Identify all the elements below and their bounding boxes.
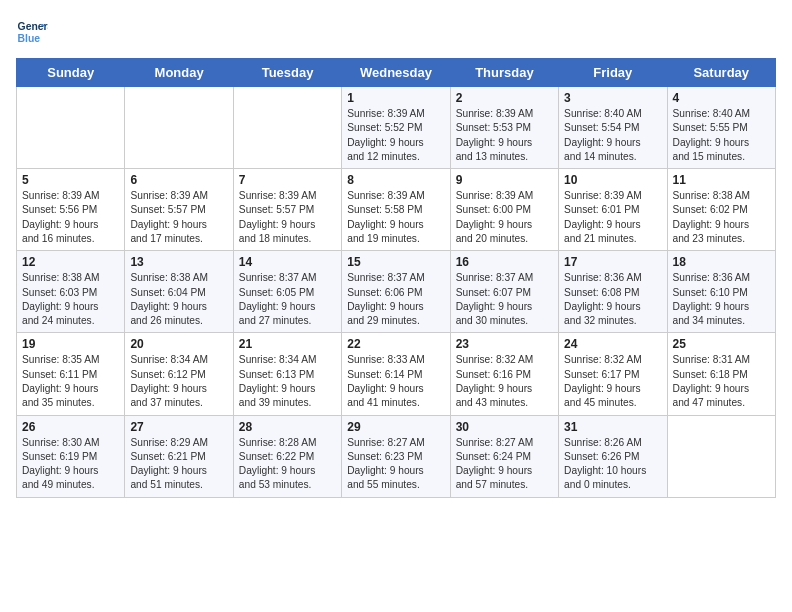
weekday-header-sunday: Sunday (17, 59, 125, 87)
cell-content: Sunrise: 8:40 AM Sunset: 5:54 PM Dayligh… (564, 107, 661, 164)
weekday-header-thursday: Thursday (450, 59, 558, 87)
cell-content: Sunrise: 8:34 AM Sunset: 6:12 PM Dayligh… (130, 353, 227, 410)
calendar-cell: 26Sunrise: 8:30 AM Sunset: 6:19 PM Dayli… (17, 415, 125, 497)
day-number: 2 (456, 91, 553, 105)
day-number: 23 (456, 337, 553, 351)
day-number: 8 (347, 173, 444, 187)
calendar-cell: 8Sunrise: 8:39 AM Sunset: 5:58 PM Daylig… (342, 169, 450, 251)
cell-content: Sunrise: 8:39 AM Sunset: 6:01 PM Dayligh… (564, 189, 661, 246)
calendar-week-row: 26Sunrise: 8:30 AM Sunset: 6:19 PM Dayli… (17, 415, 776, 497)
cell-content: Sunrise: 8:33 AM Sunset: 6:14 PM Dayligh… (347, 353, 444, 410)
calendar-cell: 5Sunrise: 8:39 AM Sunset: 5:56 PM Daylig… (17, 169, 125, 251)
cell-content: Sunrise: 8:39 AM Sunset: 5:56 PM Dayligh… (22, 189, 119, 246)
day-number: 12 (22, 255, 119, 269)
weekday-header-row: SundayMondayTuesdayWednesdayThursdayFrid… (17, 59, 776, 87)
day-number: 9 (456, 173, 553, 187)
cell-content: Sunrise: 8:28 AM Sunset: 6:22 PM Dayligh… (239, 436, 336, 493)
cell-content: Sunrise: 8:39 AM Sunset: 5:58 PM Dayligh… (347, 189, 444, 246)
day-number: 27 (130, 420, 227, 434)
day-number: 31 (564, 420, 661, 434)
day-number: 7 (239, 173, 336, 187)
calendar-cell: 23Sunrise: 8:32 AM Sunset: 6:16 PM Dayli… (450, 333, 558, 415)
cell-content: Sunrise: 8:27 AM Sunset: 6:24 PM Dayligh… (456, 436, 553, 493)
day-number: 26 (22, 420, 119, 434)
calendar-cell: 30Sunrise: 8:27 AM Sunset: 6:24 PM Dayli… (450, 415, 558, 497)
calendar-cell: 1Sunrise: 8:39 AM Sunset: 5:52 PM Daylig… (342, 87, 450, 169)
cell-content: Sunrise: 8:38 AM Sunset: 6:03 PM Dayligh… (22, 271, 119, 328)
cell-content: Sunrise: 8:29 AM Sunset: 6:21 PM Dayligh… (130, 436, 227, 493)
day-number: 28 (239, 420, 336, 434)
calendar-cell: 22Sunrise: 8:33 AM Sunset: 6:14 PM Dayli… (342, 333, 450, 415)
cell-content: Sunrise: 8:37 AM Sunset: 6:07 PM Dayligh… (456, 271, 553, 328)
day-number: 18 (673, 255, 770, 269)
day-number: 30 (456, 420, 553, 434)
calendar-cell: 24Sunrise: 8:32 AM Sunset: 6:17 PM Dayli… (559, 333, 667, 415)
logo-icon: General Blue (16, 16, 48, 48)
calendar-cell: 25Sunrise: 8:31 AM Sunset: 6:18 PM Dayli… (667, 333, 775, 415)
calendar-cell: 9Sunrise: 8:39 AM Sunset: 6:00 PM Daylig… (450, 169, 558, 251)
day-number: 5 (22, 173, 119, 187)
calendar-cell: 6Sunrise: 8:39 AM Sunset: 5:57 PM Daylig… (125, 169, 233, 251)
calendar-cell (233, 87, 341, 169)
day-number: 10 (564, 173, 661, 187)
cell-content: Sunrise: 8:26 AM Sunset: 6:26 PM Dayligh… (564, 436, 661, 493)
cell-content: Sunrise: 8:31 AM Sunset: 6:18 PM Dayligh… (673, 353, 770, 410)
calendar-cell: 4Sunrise: 8:40 AM Sunset: 5:55 PM Daylig… (667, 87, 775, 169)
logo: General Blue (16, 16, 52, 48)
svg-text:Blue: Blue (18, 33, 41, 44)
calendar-cell: 19Sunrise: 8:35 AM Sunset: 6:11 PM Dayli… (17, 333, 125, 415)
cell-content: Sunrise: 8:27 AM Sunset: 6:23 PM Dayligh… (347, 436, 444, 493)
calendar-cell: 17Sunrise: 8:36 AM Sunset: 6:08 PM Dayli… (559, 251, 667, 333)
calendar-week-row: 12Sunrise: 8:38 AM Sunset: 6:03 PM Dayli… (17, 251, 776, 333)
calendar-cell: 13Sunrise: 8:38 AM Sunset: 6:04 PM Dayli… (125, 251, 233, 333)
calendar-week-row: 5Sunrise: 8:39 AM Sunset: 5:56 PM Daylig… (17, 169, 776, 251)
cell-content: Sunrise: 8:36 AM Sunset: 6:08 PM Dayligh… (564, 271, 661, 328)
cell-content: Sunrise: 8:35 AM Sunset: 6:11 PM Dayligh… (22, 353, 119, 410)
weekday-header-monday: Monday (125, 59, 233, 87)
calendar-cell: 28Sunrise: 8:28 AM Sunset: 6:22 PM Dayli… (233, 415, 341, 497)
cell-content: Sunrise: 8:39 AM Sunset: 5:57 PM Dayligh… (239, 189, 336, 246)
cell-content: Sunrise: 8:36 AM Sunset: 6:10 PM Dayligh… (673, 271, 770, 328)
day-number: 19 (22, 337, 119, 351)
day-number: 1 (347, 91, 444, 105)
calendar-cell: 16Sunrise: 8:37 AM Sunset: 6:07 PM Dayli… (450, 251, 558, 333)
cell-content: Sunrise: 8:37 AM Sunset: 6:06 PM Dayligh… (347, 271, 444, 328)
cell-content: Sunrise: 8:32 AM Sunset: 6:16 PM Dayligh… (456, 353, 553, 410)
day-number: 21 (239, 337, 336, 351)
calendar-cell: 31Sunrise: 8:26 AM Sunset: 6:26 PM Dayli… (559, 415, 667, 497)
calendar-cell (667, 415, 775, 497)
calendar-week-row: 1Sunrise: 8:39 AM Sunset: 5:52 PM Daylig… (17, 87, 776, 169)
weekday-header-tuesday: Tuesday (233, 59, 341, 87)
calendar-cell (17, 87, 125, 169)
calendar-cell (125, 87, 233, 169)
day-number: 29 (347, 420, 444, 434)
weekday-header-friday: Friday (559, 59, 667, 87)
day-number: 15 (347, 255, 444, 269)
cell-content: Sunrise: 8:39 AM Sunset: 6:00 PM Dayligh… (456, 189, 553, 246)
calendar-cell: 18Sunrise: 8:36 AM Sunset: 6:10 PM Dayli… (667, 251, 775, 333)
cell-content: Sunrise: 8:40 AM Sunset: 5:55 PM Dayligh… (673, 107, 770, 164)
day-number: 13 (130, 255, 227, 269)
calendar-cell: 27Sunrise: 8:29 AM Sunset: 6:21 PM Dayli… (125, 415, 233, 497)
day-number: 25 (673, 337, 770, 351)
day-number: 11 (673, 173, 770, 187)
cell-content: Sunrise: 8:38 AM Sunset: 6:04 PM Dayligh… (130, 271, 227, 328)
day-number: 24 (564, 337, 661, 351)
cell-content: Sunrise: 8:32 AM Sunset: 6:17 PM Dayligh… (564, 353, 661, 410)
day-number: 14 (239, 255, 336, 269)
calendar-cell: 15Sunrise: 8:37 AM Sunset: 6:06 PM Dayli… (342, 251, 450, 333)
calendar-cell: 21Sunrise: 8:34 AM Sunset: 6:13 PM Dayli… (233, 333, 341, 415)
day-number: 4 (673, 91, 770, 105)
day-number: 22 (347, 337, 444, 351)
weekday-header-wednesday: Wednesday (342, 59, 450, 87)
cell-content: Sunrise: 8:30 AM Sunset: 6:19 PM Dayligh… (22, 436, 119, 493)
day-number: 20 (130, 337, 227, 351)
calendar-cell: 10Sunrise: 8:39 AM Sunset: 6:01 PM Dayli… (559, 169, 667, 251)
calendar-cell: 20Sunrise: 8:34 AM Sunset: 6:12 PM Dayli… (125, 333, 233, 415)
calendar-cell: 29Sunrise: 8:27 AM Sunset: 6:23 PM Dayli… (342, 415, 450, 497)
calendar-cell: 12Sunrise: 8:38 AM Sunset: 6:03 PM Dayli… (17, 251, 125, 333)
calendar-cell: 7Sunrise: 8:39 AM Sunset: 5:57 PM Daylig… (233, 169, 341, 251)
page-header: General Blue (16, 16, 776, 52)
cell-content: Sunrise: 8:39 AM Sunset: 5:57 PM Dayligh… (130, 189, 227, 246)
calendar-cell: 2Sunrise: 8:39 AM Sunset: 5:53 PM Daylig… (450, 87, 558, 169)
